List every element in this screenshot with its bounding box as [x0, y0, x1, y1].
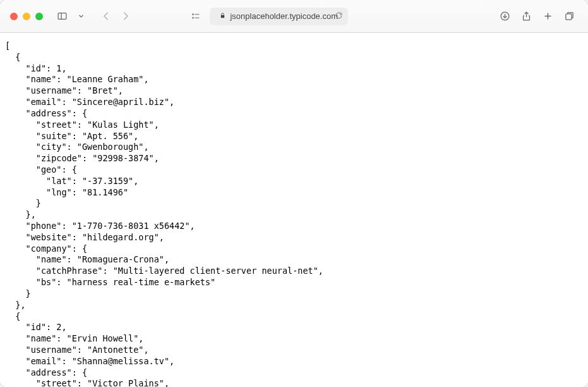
window-controls: [10, 13, 43, 20]
address-bar[interactable]: jsonplaceholder.typicode.com: [210, 8, 348, 25]
forward-button[interactable]: [116, 8, 134, 25]
close-window-button[interactable]: [10, 13, 18, 20]
sidebar-toggle-button[interactable]: [53, 8, 71, 25]
json-response-body: [ { "id": 1, "name": "Leanne Graham", "u…: [5, 40, 583, 387]
tab-overview-button[interactable]: [560, 8, 578, 25]
new-tab-button[interactable]: [539, 8, 556, 25]
reload-button[interactable]: [335, 11, 343, 22]
site-settings-button[interactable]: [187, 8, 205, 25]
sidebar-menu-chevron-icon[interactable]: [72, 8, 90, 25]
lock-icon: [219, 11, 226, 21]
toolbar: jsonplaceholder.typicode.com: [0, 0, 588, 33]
svg-rect-6: [221, 15, 225, 18]
downloads-button[interactable]: [496, 8, 513, 25]
back-button[interactable]: [97, 8, 115, 25]
share-button[interactable]: [517, 8, 535, 25]
svg-point-4: [192, 17, 193, 18]
minimize-window-button[interactable]: [23, 13, 30, 20]
svg-point-2: [192, 14, 193, 15]
svg-rect-0: [58, 13, 66, 20]
browser-window: jsonplaceholder.typicode.com: [0, 0, 588, 387]
page-content: [ { "id": 1, "name": "Leanne Graham", "u…: [0, 33, 588, 387]
maximize-window-button[interactable]: [35, 13, 43, 20]
svg-rect-12: [565, 14, 571, 20]
url-text: jsonplaceholder.typicode.com: [230, 11, 338, 21]
